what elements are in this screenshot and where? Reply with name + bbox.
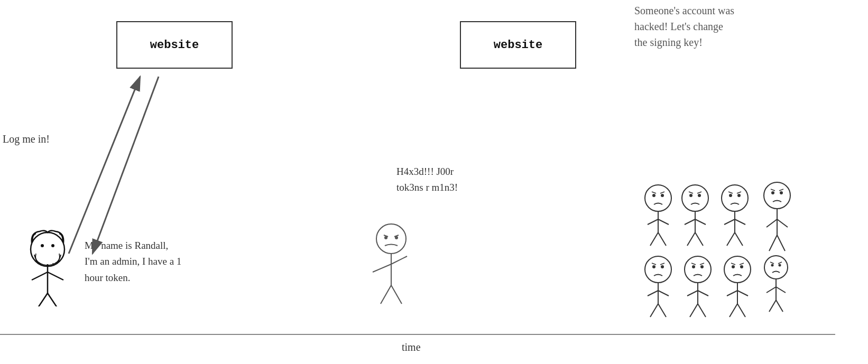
svg-point-23 (652, 194, 655, 197)
svg-point-93 (771, 264, 774, 267)
my-name-line3: hour token. (85, 272, 131, 283)
svg-line-56 (779, 189, 783, 191)
svg-line-90 (730, 304, 737, 317)
svg-line-91 (737, 304, 745, 317)
svg-point-63 (652, 265, 655, 268)
svg-line-41 (695, 232, 703, 246)
svg-point-43 (729, 194, 732, 197)
svg-line-88 (727, 291, 737, 296)
svg-line-51 (735, 232, 743, 246)
svg-point-24 (661, 194, 664, 197)
hack-text-line3: the signing key! (634, 36, 703, 48)
hack-text-line2: hacked! Let's change (634, 21, 723, 32)
svg-point-94 (779, 264, 781, 267)
svg-line-7 (32, 272, 48, 280)
svg-line-69 (658, 291, 669, 296)
svg-line-99 (776, 287, 786, 293)
svg-line-68 (648, 291, 658, 296)
svg-line-89 (737, 291, 748, 296)
sad-people-group (634, 174, 846, 324)
svg-line-80 (690, 304, 698, 317)
svg-line-28 (648, 219, 658, 225)
svg-line-85 (731, 263, 735, 265)
svg-line-58 (767, 219, 777, 227)
svg-line-3 (93, 77, 159, 254)
svg-line-35 (689, 192, 693, 193)
hacker-figure (359, 206, 423, 314)
svg-line-31 (658, 232, 666, 246)
svg-point-10 (41, 244, 44, 247)
website-label-right: website (494, 39, 542, 52)
svg-line-48 (724, 219, 735, 225)
svg-line-79 (698, 291, 708, 296)
svg-point-62 (645, 256, 671, 283)
main-scene: website website Someone's account was ha… (0, 0, 868, 364)
hacked-line1: H4x3d!!! J00r (396, 166, 454, 177)
my-name-line1: My name is Randall, (85, 240, 168, 251)
randall-figure (16, 211, 79, 309)
svg-line-78 (687, 291, 698, 296)
svg-line-15 (373, 264, 391, 272)
svg-line-96 (778, 262, 782, 264)
website-box-right: website (460, 21, 576, 69)
svg-line-49 (735, 219, 745, 225)
svg-line-76 (700, 263, 704, 265)
my-name-line2: I'm an admin, I have a 1 (85, 256, 181, 267)
time-label: time (402, 341, 421, 353)
svg-point-83 (732, 265, 735, 268)
svg-point-21 (395, 236, 398, 239)
svg-point-54 (780, 191, 783, 194)
website-label-left: website (150, 39, 199, 52)
svg-line-50 (727, 232, 735, 246)
svg-point-73 (692, 265, 695, 268)
svg-point-20 (384, 236, 387, 239)
svg-point-52 (764, 182, 790, 209)
svg-point-84 (740, 265, 743, 268)
svg-line-5 (37, 293, 48, 306)
hack-text-line1: Someone's account was (634, 5, 734, 16)
svg-point-82 (724, 256, 751, 283)
svg-line-38 (685, 219, 695, 225)
svg-line-14 (391, 285, 402, 304)
svg-line-40 (687, 232, 695, 246)
svg-point-44 (737, 194, 741, 197)
svg-point-17 (376, 224, 406, 254)
svg-line-60 (769, 235, 777, 251)
svg-point-33 (689, 194, 692, 197)
svg-line-86 (740, 263, 744, 265)
hack-annotation: Someone's account was hacked! Let's chan… (634, 3, 734, 50)
svg-point-11 (51, 244, 54, 247)
svg-line-25 (652, 192, 656, 193)
timeline (0, 334, 835, 335)
hacked-line2: tok3ns r m1n3! (396, 182, 458, 193)
svg-line-36 (697, 192, 701, 193)
svg-line-8 (48, 272, 63, 280)
svg-point-64 (661, 265, 664, 268)
svg-line-29 (658, 219, 669, 225)
website-box-left: website (116, 21, 233, 69)
svg-line-66 (660, 263, 664, 265)
svg-point-92 (764, 256, 788, 279)
svg-point-72 (685, 256, 711, 283)
svg-line-30 (650, 232, 658, 246)
svg-point-22 (645, 185, 671, 211)
svg-line-55 (771, 189, 775, 191)
svg-line-59 (777, 219, 788, 227)
svg-line-81 (698, 304, 706, 317)
svg-line-2 (69, 77, 140, 254)
my-name-annotation: My name is Randall, I'm an admin, I have… (85, 238, 181, 286)
svg-point-74 (700, 265, 704, 268)
svg-line-75 (691, 263, 696, 265)
svg-point-32 (682, 185, 708, 211)
svg-line-95 (770, 262, 774, 264)
svg-line-45 (728, 192, 733, 193)
svg-line-101 (776, 300, 783, 312)
svg-line-13 (381, 285, 391, 304)
hacked-annotation: H4x3d!!! J00r tok3ns r m1n3! (396, 164, 458, 196)
svg-line-16 (391, 256, 407, 264)
svg-line-46 (737, 192, 741, 193)
svg-point-9 (31, 232, 64, 266)
svg-line-71 (658, 304, 666, 317)
svg-point-53 (771, 191, 774, 194)
svg-line-65 (652, 263, 656, 265)
